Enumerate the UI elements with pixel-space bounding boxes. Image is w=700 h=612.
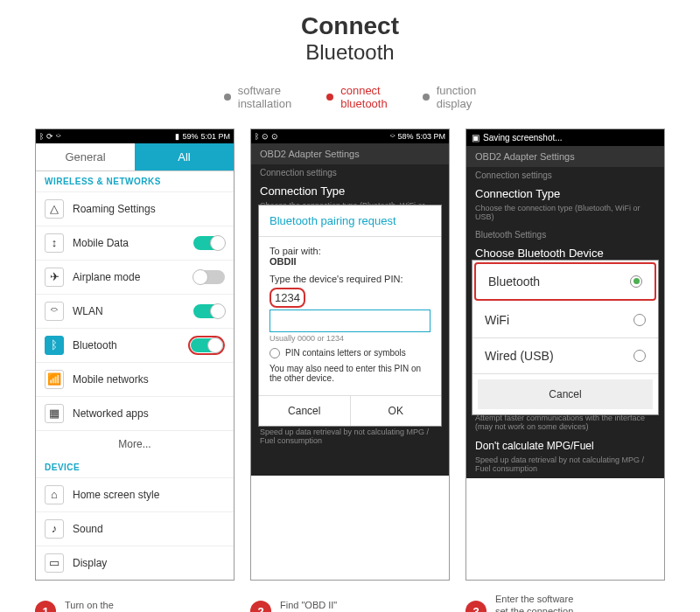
step-badge: 3 [466, 601, 486, 612]
step-badge: 1 [35, 601, 56, 612]
display-icon: ▭ [45, 553, 64, 573]
steps-nav: softwareinstallation connectbluetooth fu… [0, 84, 700, 111]
connection-type-row[interactable]: Connection Type [251, 181, 449, 201]
row-mobile-data[interactable]: ↕ Mobile Data [36, 226, 234, 261]
toggle-wlan[interactable] [193, 304, 225, 318]
option-wired[interactable]: Wired (USB) [472, 338, 658, 374]
airplane-icon: ✈ [45, 268, 64, 287]
antenna-icon: 📶 [45, 370, 64, 389]
dialog-title: Bluetooth pairing request [259, 205, 441, 237]
section-wireless: WIRELESS & NETWORKS [36, 171, 234, 192]
row-roaming[interactable]: △ Roaming Settings [36, 192, 234, 226]
status-bar: ᛒ⊙⊙ ⌔58%5:03 PM [251, 129, 449, 143]
more-button[interactable]: More... [36, 431, 234, 457]
radio-icon [634, 350, 646, 362]
section-label: Connection settings [466, 167, 664, 184]
dot-icon [224, 94, 231, 101]
signal-icon: ▮ [175, 132, 179, 141]
home-icon: ⌂ [45, 485, 64, 504]
pin-letters-checkbox[interactable]: PIN contains letters or symbols [270, 348, 430, 358]
status-bar: ᛒ⟳⌔ ▮59%5:01 PM [36, 129, 234, 143]
captions-row: 1 Turn on theBluetooth switch 2 Find "OB… [0, 581, 700, 612]
highlight-pin: 1234 [270, 288, 305, 308]
radio-selected-icon [630, 275, 642, 288]
bluetooth-icon: ᛒ [39, 132, 44, 141]
image-icon: ▣ [472, 133, 480, 143]
caption-3: 3 Enter the softwareset the connectionWa… [466, 593, 665, 612]
phone-2: ᛒ⊙⊙ ⌔58%5:03 PM OBD2 Adapter Settings Co… [250, 129, 450, 581]
screen-title: OBD2 Adapter Settings [466, 146, 664, 167]
pairing-dialog: Bluetooth pairing request To pair with: … [258, 205, 442, 427]
row-home-screen[interactable]: ⌂ Home screen style [36, 478, 234, 512]
row-bluetooth[interactable]: ᛒ Bluetooth [36, 329, 234, 363]
dot-icon [326, 94, 333, 101]
wifi-icon: ⌔ [390, 132, 395, 141]
sync-icon: ⟳ [46, 132, 53, 141]
connection-type-row[interactable]: Connection Type [466, 184, 664, 204]
row-wlan[interactable]: ⌔ WLAN [36, 295, 234, 329]
row-sound[interactable]: ♪ Sound [36, 512, 234, 546]
ok-button[interactable]: OK [351, 396, 442, 426]
row-networked-apps[interactable]: ▦ Networked apps [36, 397, 234, 431]
row-mobile-networks[interactable]: 📶 Mobile networks [36, 363, 234, 397]
bluetooth-icon: ᛒ [45, 336, 64, 355]
sound-icon: ♪ [45, 519, 64, 539]
roaming-icon: △ [45, 199, 64, 219]
toggle-airplane[interactable] [193, 270, 225, 284]
tab-general[interactable]: General [36, 143, 135, 170]
toggle-mobile-data[interactable] [193, 236, 225, 250]
phone-3: ▣ Saving screenshot... OBD2 Adapter Sett… [466, 129, 665, 581]
section-device: DEVICE [36, 457, 234, 478]
radio-icon [270, 348, 280, 358]
highlight-bluetooth-toggle [188, 336, 225, 355]
device-name: OBDII [270, 256, 430, 267]
settings-tabs: General All [36, 143, 234, 171]
connection-type-dialog: Bluetooth WiFi Wired (USB) Cancel [472, 260, 659, 415]
pin-value: 1234 [275, 291, 300, 304]
mpg-row[interactable]: Don't calculate MPG/Fuel [466, 436, 664, 456]
caption-1: 1 Turn on theBluetooth switch [35, 593, 234, 612]
wifi-icon: ⌔ [56, 132, 60, 141]
apps-icon: ▦ [45, 404, 64, 423]
option-wifi[interactable]: WiFi [472, 303, 658, 338]
page-header: Connect Bluetooth [0, 0, 700, 73]
row-display[interactable]: ▭ Display [36, 546, 234, 580]
cancel-button[interactable]: Cancel [259, 396, 351, 426]
caption-2: 2 Find "OBD II"The password "1234" [250, 593, 450, 612]
nav-step-2: connectbluetooth [326, 84, 388, 111]
header-subtitle: Bluetooth [0, 40, 700, 65]
mobile-data-icon: ↕ [45, 233, 64, 253]
dot-icon [423, 94, 430, 101]
pin-input[interactable] [270, 309, 430, 332]
radio-icon [634, 314, 646, 326]
bluetooth-icon: ᛒ [255, 132, 259, 141]
saving-banner: ▣ Saving screenshot... [466, 129, 664, 146]
tab-all[interactable]: All [135, 143, 234, 170]
section-label: Connection settings [251, 164, 449, 181]
toggle-bluetooth[interactable] [191, 338, 222, 352]
cancel-button[interactable]: Cancel [478, 379, 653, 409]
nav-step-1: softwareinstallation [224, 84, 291, 111]
screen-title: OBD2 Adapter Settings [251, 143, 449, 164]
row-airplane[interactable]: ✈ Airplane mode [36, 261, 234, 295]
phone-1: ᛒ⟳⌔ ▮59%5:01 PM General All WIRELESS & N… [35, 129, 234, 581]
wifi-icon: ⌔ [45, 302, 64, 321]
header-title: Connect [0, 13, 700, 40]
option-bluetooth[interactable]: Bluetooth [474, 262, 656, 301]
step-badge: 2 [250, 601, 271, 612]
nav-step-3: functiondisplay [423, 84, 477, 111]
phones-row: ᛒ⟳⌔ ▮59%5:01 PM General All WIRELESS & N… [0, 129, 700, 581]
